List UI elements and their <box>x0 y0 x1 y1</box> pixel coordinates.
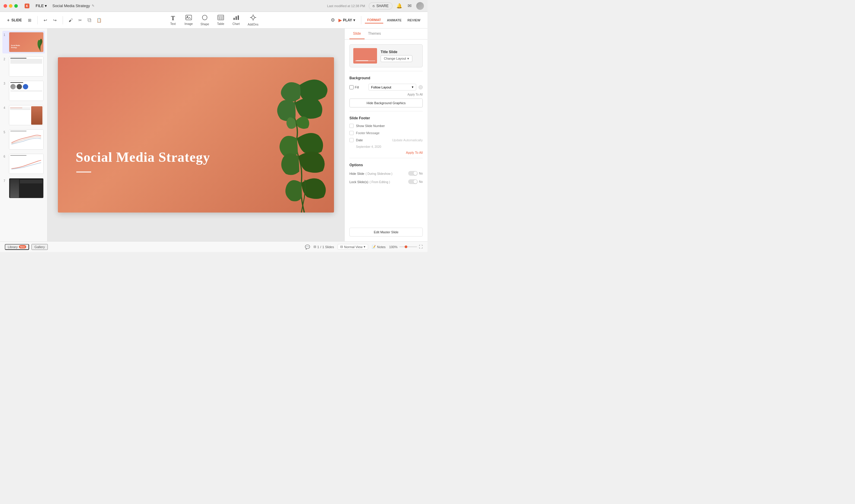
hide-slide-toggle[interactable]: No <box>408 171 423 176</box>
edit-master-slide-button[interactable]: Edit Master Slide <box>350 228 423 237</box>
addons-icon <box>250 14 256 22</box>
paste-button[interactable]: 📋 <box>95 16 103 24</box>
animate-tab[interactable]: ANIMATE <box>385 17 404 23</box>
text-icon: T <box>171 15 175 22</box>
svg-point-13 <box>251 16 254 19</box>
background-section-title: Background <box>350 76 423 80</box>
notification-icon[interactable]: 🔔 <box>396 3 403 9</box>
chat-icon[interactable]: 💬 <box>305 245 310 249</box>
copy-button[interactable]: ⿻ <box>86 16 94 24</box>
library-button[interactable]: Library New <box>5 244 29 250</box>
chart-tool[interactable]: Chart <box>229 13 244 27</box>
fill-checkbox[interactable] <box>350 85 354 89</box>
main-toolbar: + SLIDE ⊞ ↩ ↪ 🖌 ✂ ⿻ 📋 T Text Image Shape <box>0 12 427 29</box>
update-auto-label: Update Automatically <box>365 138 423 142</box>
mail-icon[interactable]: ✉ <box>406 3 413 9</box>
image-tool[interactable]: Image <box>181 13 197 27</box>
date-value: September 4, 2020 <box>356 145 423 148</box>
divider3 <box>350 158 423 158</box>
notes-button[interactable]: 📝 Notes <box>372 245 386 249</box>
divider <box>37 16 38 24</box>
lock-slide-toggle[interactable]: No <box>408 179 423 184</box>
slide-thumbnail-7[interactable]: 7 <box>2 177 45 199</box>
panel-tabs: Slide Themes <box>345 29 427 39</box>
lock-slide-pill[interactable] <box>408 179 418 184</box>
undo-button[interactable]: ↩ <box>41 16 50 24</box>
text-tool[interactable]: T Text <box>166 13 180 27</box>
titlebar-right: Last modified at 12:38 PM ⎋ SHARE 🔔 ✉ <box>327 2 424 10</box>
layout-info: Title Slide Change Layout ▾ <box>380 50 419 62</box>
review-tab[interactable]: REVIEW <box>405 17 423 23</box>
lock-slide-labels: Lock Slide(s) ( From Editing ) <box>350 179 390 184</box>
canvas-area[interactable]: Social Media Strategy <box>48 29 344 241</box>
hide-background-button[interactable]: Hide Background Graphics <box>350 98 423 107</box>
layout-thumbnail <box>353 48 377 64</box>
addons-tool[interactable]: AddOns <box>244 13 262 28</box>
svg-point-4 <box>202 15 207 20</box>
slide-thumbnail-2[interactable]: 2 <box>2 55 45 78</box>
fit-to-window-icon[interactable]: ⛶ <box>419 245 423 249</box>
svg-rect-10 <box>233 18 234 20</box>
themes-tab[interactable]: Themes <box>364 29 385 39</box>
slide-tab[interactable]: Slide <box>350 29 364 39</box>
change-layout-button[interactable]: Change Layout ▾ <box>380 55 412 62</box>
zoom-controls: 100% ⛶ <box>389 245 423 249</box>
footer-apply-to-all[interactable]: Apply To All <box>350 151 423 154</box>
plant-decoration <box>245 70 334 213</box>
main-area: 1 Social MediaStrategy 2 <box>0 29 427 241</box>
show-slide-num-checkbox[interactable] <box>350 124 354 128</box>
shape-tool[interactable]: Shape <box>197 13 213 28</box>
slide-thumb-img-2 <box>9 56 43 76</box>
chevron-down-icon: ▾ <box>412 85 413 89</box>
footer-section: Show Slide Number Date Update Automatica… <box>350 124 423 154</box>
table-tool[interactable]: Table <box>213 13 228 27</box>
format-tab[interactable]: FORMAT <box>365 17 383 23</box>
slide-thumbnail-1[interactable]: 1 Social MediaStrategy <box>2 31 45 53</box>
image-icon <box>185 15 192 22</box>
footer-message-row <box>350 131 423 135</box>
fill-label: Fill <box>355 86 364 89</box>
footer-message-input[interactable] <box>356 131 423 135</box>
plus-icon: + <box>7 18 10 22</box>
minimize-button[interactable] <box>9 4 13 8</box>
play-button[interactable]: ▶ PLAY ▾ <box>336 17 357 24</box>
color-dot[interactable] <box>418 85 423 89</box>
hide-slide-pill[interactable] <box>408 171 418 176</box>
redo-button[interactable]: ↪ <box>51 16 59 24</box>
settings-icon[interactable]: ⚙ <box>331 17 335 23</box>
follow-layout-select[interactable]: Follow Layout ▾ <box>369 84 416 91</box>
gallery-button[interactable]: Gallery <box>32 244 48 250</box>
slide-thumbnail-6[interactable]: 6 <box>2 152 45 175</box>
paint-format-button[interactable]: 🖌 <box>67 16 75 24</box>
edit-icon[interactable]: ✎ <box>92 4 94 8</box>
add-slide-button[interactable]: + SLIDE <box>5 17 24 24</box>
last-modified-text: Last modified at 12:38 PM <box>327 4 365 8</box>
slides-panel: 1 Social MediaStrategy 2 <box>0 29 48 241</box>
divider2 <box>63 16 63 24</box>
file-menu-button[interactable]: FILE ▾ <box>33 3 49 9</box>
format-panel: Slide Themes Title Slide Change Layout ▾ <box>344 29 427 241</box>
fill-row: Fill Follow Layout ▾ <box>350 84 423 91</box>
footer-message-checkbox[interactable] <box>350 131 354 135</box>
user-avatar[interactable] <box>416 2 424 10</box>
cut-button[interactable]: ✂ <box>76 16 84 24</box>
divider2 <box>350 111 423 111</box>
slide-thumbnail-5[interactable]: 5 <box>2 128 45 151</box>
chevron-down-icon: ▾ <box>407 57 409 60</box>
hide-slide-labels: Hide Slide ( During Slideshow ) <box>350 171 392 176</box>
slide-thumbnail-4[interactable]: 4 <box>2 104 45 126</box>
maximize-button[interactable] <box>14 4 18 8</box>
view-selector[interactable]: ⊟ Normal View ▾ <box>338 244 368 250</box>
slide-grid-button[interactable]: ⊞ <box>25 16 34 24</box>
zoom-slider[interactable] <box>399 246 417 247</box>
slide-thumbnail-3[interactable]: 3 <box>2 79 45 102</box>
share-button[interactable]: ⎋ SHARE <box>369 2 392 10</box>
play-icon: ▶ <box>338 18 342 22</box>
date-checkbox[interactable] <box>350 138 354 142</box>
page-indicator: ⊟ 1 / 1 Slides <box>314 245 334 249</box>
slide-thumb-img-7 <box>9 178 43 198</box>
panel-content: Title Slide Change Layout ▾ Background F… <box>345 39 427 223</box>
close-button[interactable] <box>3 4 7 8</box>
apply-to-all-text[interactable]: Apply To All <box>350 93 423 96</box>
zoom-percentage: 100% <box>389 245 397 249</box>
